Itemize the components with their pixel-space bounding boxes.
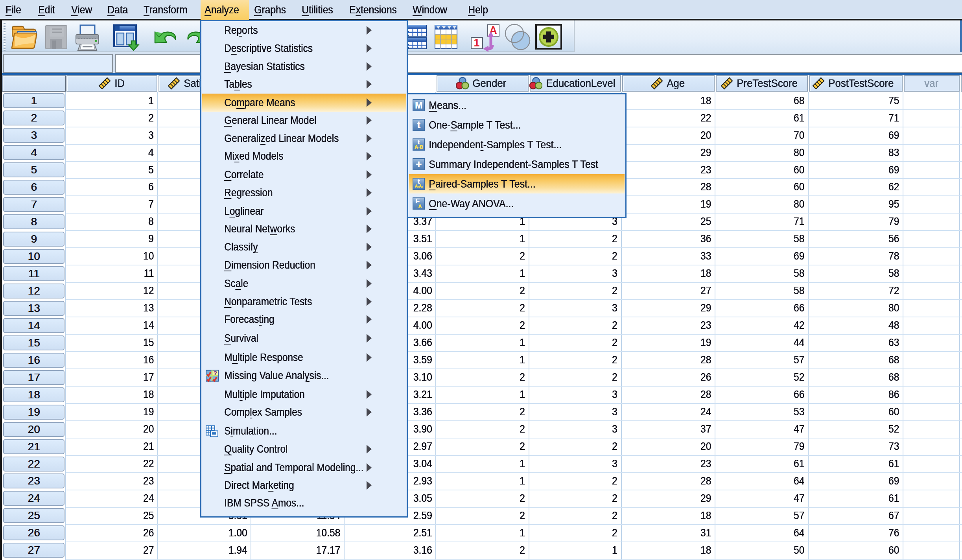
svg-text:?: ? — [213, 370, 217, 376]
svg-text:1: 1 — [474, 37, 479, 49]
